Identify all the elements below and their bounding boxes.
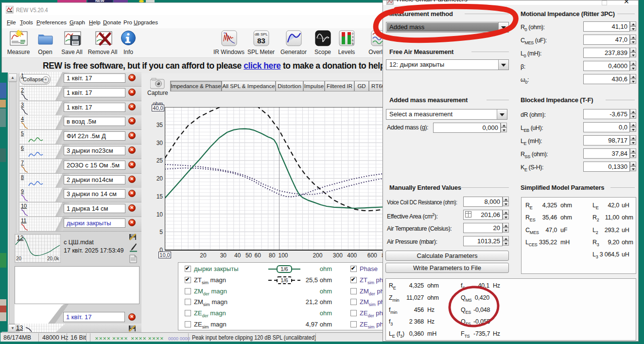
svg-text:1/6: 1/6 [280, 266, 288, 272]
svg-text:1/6: 1/6 [280, 277, 288, 283]
svg-text:dB SPL: dB SPL [255, 32, 268, 36]
svg-text:83: 83 [257, 36, 265, 45]
